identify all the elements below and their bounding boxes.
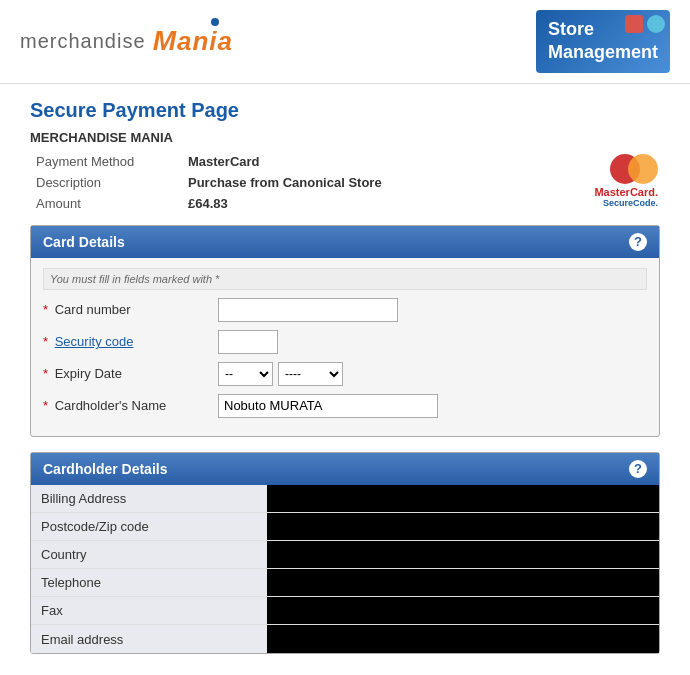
logo-right: Store Management — [536, 10, 670, 73]
billing-address-label: Billing Address — [31, 485, 267, 513]
name-star: * — [43, 398, 48, 413]
logo-left: merchandise M an ia — [20, 25, 233, 57]
amount-value: £64.83 — [184, 194, 538, 213]
card-number-input[interactable] — [218, 298, 398, 322]
fax-label: Fax — [31, 597, 267, 625]
store-mgmt-icons — [625, 15, 665, 33]
cardholder-details-section: Cardholder Details ? Billing Address Pos… — [30, 452, 660, 654]
email-value — [267, 625, 659, 653]
required-note: You must fill in fields marked with * — [43, 268, 647, 290]
logo-i-dot: ia — [209, 26, 233, 57]
country-label: Country — [31, 541, 267, 569]
payment-info-table: Payment Method MasterCard MasterCard. Se… — [30, 150, 660, 215]
footer-actions: ↩ START AGAIN ✕ CANCEL PURCHASE MAKE PAY… — [30, 669, 660, 675]
logo-mania: M an ia — [153, 25, 233, 57]
amount-label: Amount — [32, 194, 182, 213]
cardholder-details-content: Billing Address Postcode/Zip code Countr… — [31, 485, 659, 653]
billing-address-row: Billing Address — [31, 485, 659, 513]
fax-row: Fax — [31, 597, 659, 625]
email-row: Email address — [31, 625, 659, 653]
card-details-content: You must fill in fields marked with * * … — [31, 258, 659, 436]
telephone-row: Telephone — [31, 569, 659, 597]
card-details-section: Card Details ? You must fill in fields m… — [30, 225, 660, 437]
security-star: * — [43, 334, 48, 349]
cardholder-name-row: * Cardholder's Name — [43, 394, 647, 418]
page-header: merchandise M an ia Store Management — [0, 0, 690, 84]
card-number-label-text: Card number — [55, 302, 131, 317]
postcode-label: Postcode/Zip code — [31, 513, 267, 541]
postcode-row: Postcode/Zip code — [31, 513, 659, 541]
security-code-input[interactable] — [218, 330, 278, 354]
card-number-row: * Card number — [43, 298, 647, 322]
security-code-label: * Security code — [43, 334, 218, 349]
postcode-value — [267, 513, 659, 541]
cardholder-details-title: Cardholder Details — [43, 461, 167, 477]
payment-method-label: Payment Method — [32, 152, 182, 171]
main-content: Secure Payment Page MERCHANDISE MANIA Pa… — [0, 84, 690, 675]
telephone-label: Telephone — [31, 569, 267, 597]
card-details-help-icon[interactable]: ? — [629, 233, 647, 251]
cardholder-fields-table: Billing Address Postcode/Zip code Countr… — [31, 485, 659, 653]
mastercard-logo: MasterCard. SecureCode. — [544, 154, 659, 208]
description-value: Purchase from Canonical Store — [184, 173, 538, 192]
fax-value — [267, 597, 659, 625]
logo-ia: ia — [209, 26, 233, 56]
email-label: Email address — [31, 625, 267, 653]
cardholder-name-input[interactable] — [218, 394, 438, 418]
expiry-date-row: * Expiry Date -- 01 02 03 04 05 06 07 08 — [43, 362, 647, 386]
billing-address-value — [267, 485, 659, 513]
expiry-date-label: * Expiry Date — [43, 366, 218, 381]
mastercard-name: MasterCard. — [594, 186, 658, 198]
security-code-link[interactable]: Security code — [55, 334, 134, 349]
cardholder-name-label: * Cardholder's Name — [43, 398, 218, 413]
page-title: Secure Payment Page — [30, 99, 660, 122]
description-label: Description — [32, 173, 182, 192]
cardholder-details-help-icon[interactable]: ? — [629, 460, 647, 478]
country-value — [267, 541, 659, 569]
logo-dot — [211, 18, 219, 26]
country-row: Country — [31, 541, 659, 569]
expiry-date-label-text: Expiry Date — [55, 366, 122, 381]
cardholder-details-header: Cardholder Details ? — [31, 453, 659, 485]
mastercard-securecode: SecureCode. — [603, 198, 658, 208]
mastercard-circles — [610, 154, 658, 184]
logo-m: M — [153, 25, 177, 57]
store-icon-teal — [647, 15, 665, 33]
card-details-header: Card Details ? — [31, 226, 659, 258]
store-management-logo: Store Management — [536, 10, 670, 73]
store-text-line2: Management — [548, 41, 658, 64]
expiry-selects: -- 01 02 03 04 05 06 07 08 09 10 11 12 — [218, 362, 343, 386]
card-number-label: * Card number — [43, 302, 218, 317]
telephone-value — [267, 569, 659, 597]
store-text-line1: Store — [548, 18, 594, 41]
security-code-row: * Security code — [43, 330, 647, 354]
card-details-title: Card Details — [43, 234, 125, 250]
mc-orange-circle — [628, 154, 658, 184]
cardholder-name-label-text: Cardholder's Name — [55, 398, 167, 413]
store-icon-red — [625, 15, 643, 33]
expiry-star: * — [43, 366, 48, 381]
expiry-month-select[interactable]: -- 01 02 03 04 05 06 07 08 09 10 11 12 — [218, 362, 273, 386]
card-number-star: * — [43, 302, 48, 317]
expiry-year-select[interactable]: ---- 2024 2025 2026 2027 2028 2029 — [278, 362, 343, 386]
merchant-name: MERCHANDISE MANIA — [30, 130, 660, 145]
logo-prefix: merchandise — [20, 30, 146, 53]
payment-method-value: MasterCard — [184, 152, 538, 171]
logo-an: an — [177, 26, 209, 57]
